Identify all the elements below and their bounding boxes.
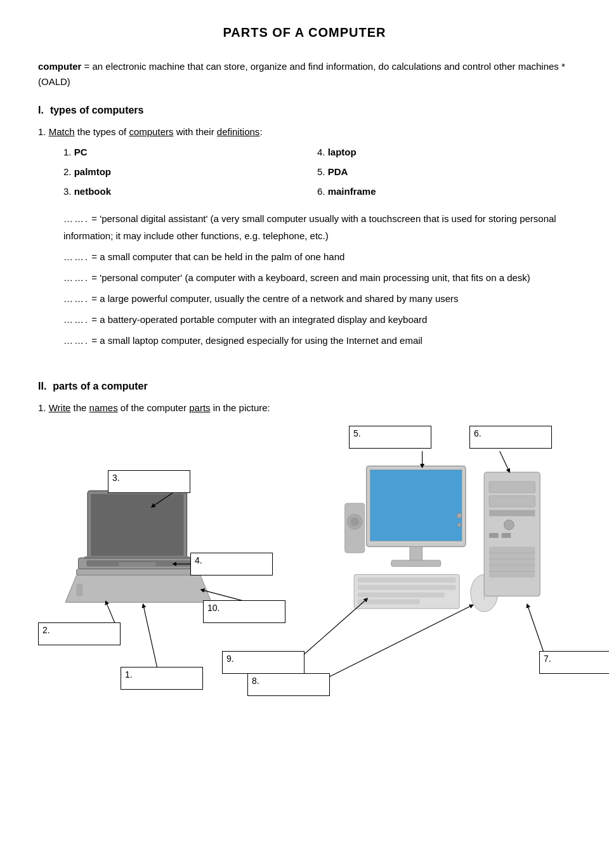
roman-ii: II. [38,381,46,392]
svg-point-21 [471,574,498,612]
svg-rect-28 [489,533,499,538]
label-box-10: 10. [203,600,285,623]
svg-rect-30 [489,546,535,577]
svg-rect-17 [358,577,455,582]
picture-svg [38,419,571,699]
def-2: ……. = a small computer that can be held … [63,248,571,265]
svg-rect-18 [358,585,455,590]
svg-line-46 [500,451,509,471]
svg-rect-25 [489,496,535,507]
type-1: 1. PC [63,143,317,161]
svg-rect-29 [502,533,511,538]
svg-rect-35 [344,503,364,553]
svg-rect-8 [77,584,83,596]
definitions-list: ……. = 'personal digital assistant' (a ve… [63,210,571,349]
svg-rect-16 [354,574,459,608]
svg-rect-26 [489,510,535,516]
label-box-9: 9. [222,651,304,674]
svg-point-15 [457,523,461,527]
question-2: 1. Write the names of the computer parts… [38,402,571,699]
label-box-4: 4. [190,553,273,575]
label-box-7: 7. [539,651,609,674]
svg-rect-3 [78,558,199,569]
type-5: 5. PDA [317,163,571,180]
q2-names: names [89,402,118,413]
svg-rect-19 [358,593,445,598]
svg-rect-2 [91,494,184,556]
svg-rect-23 [484,472,540,596]
q1-match: Match [49,126,75,137]
q2-parts: parts [189,402,210,413]
def-3: ……. = 'personal computer' (a computer wi… [63,269,571,286]
type-3: 3. netbook [63,183,317,200]
def-1: ……. = 'personal digital assistant' (a ve… [63,210,571,244]
svg-rect-1 [88,491,187,559]
svg-point-37 [350,518,359,527]
computer-types-grid: 1. PC 4. laptop 2. palmtop 5. PDA 3. net… [63,143,571,200]
definition-term: computer [38,61,81,72]
label-box-3: 3. [108,470,190,493]
definition-text: = an electronic machine that can store, … [38,61,565,87]
picture-area: 2. 3. 4. 10. 9. 1. 8. 5. 6. 7. [38,419,571,699]
type-2: 2. palmtop [63,163,317,180]
q2-write: Write [49,402,71,413]
label-box-5: 5. [349,426,431,449]
question-1: 1. Match the types of computers with the… [38,126,571,349]
question-2-text: 1. Write the names of the computer parts… [38,402,571,413]
svg-rect-4 [77,569,200,575]
svg-point-14 [457,513,462,518]
svg-line-42 [143,605,159,675]
svg-rect-20 [358,599,420,604]
section-ii-label: parts of a computer [53,381,147,392]
label-box-6: 6. [469,426,552,449]
question-1-text: 1. Match the types of computers with the… [38,126,571,137]
q1-definitions: definitions [217,126,260,137]
section-i-heading: I. types of computers [38,105,571,116]
label-box-1: 1. [121,667,203,690]
svg-rect-10 [367,466,466,546]
svg-point-36 [347,515,362,529]
computer-definition: computer = an electronic machine that ca… [38,59,571,89]
page-title: PARTS OF A COMPUTER [38,25,571,40]
label-box-8: 8. [247,673,330,696]
section-ii-heading: II. parts of a computer [38,381,571,392]
svg-rect-5 [86,560,192,567]
svg-line-44 [323,605,471,680]
label-box-2: 2. [38,622,121,645]
section-i-label: types of computers [50,105,144,116]
svg-rect-6 [119,562,156,567]
roman-i: I. [38,105,44,116]
svg-rect-24 [489,482,535,493]
svg-rect-13 [391,560,441,567]
svg-rect-9 [84,556,190,559]
svg-marker-7 [65,575,212,602]
type-6: 6. mainframe [317,183,571,200]
def-5: ……. = a battery-operated portable comput… [63,311,571,328]
svg-rect-12 [410,546,422,562]
def-6: ……. = a small laptop computer, designed … [63,332,571,349]
type-4: 4. laptop [317,143,571,161]
svg-point-27 [504,520,514,530]
q1-types: computers [129,126,173,137]
def-4: ……. = a large powerful computer, usually… [63,290,571,307]
svg-rect-11 [370,470,462,541]
svg-line-43 [298,599,366,659]
